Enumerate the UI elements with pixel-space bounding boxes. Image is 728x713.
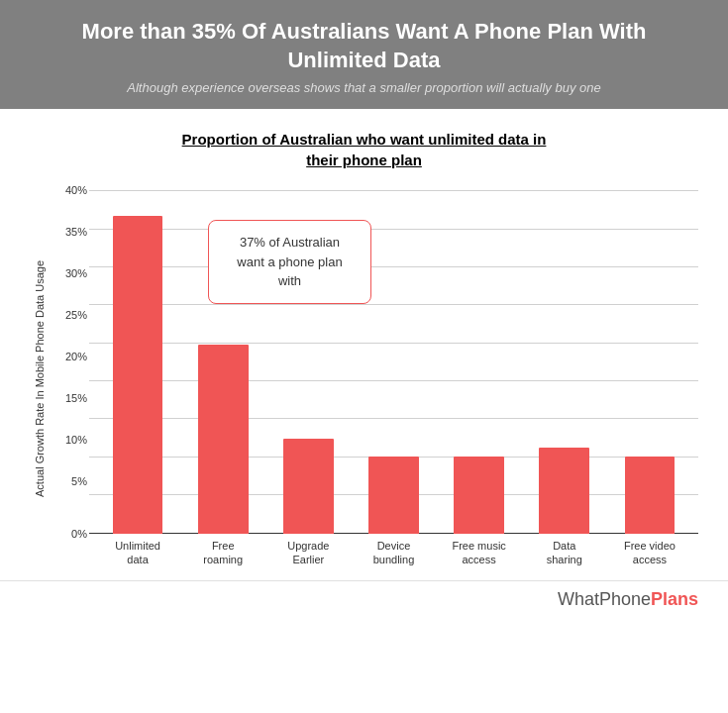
bar-group xyxy=(99,190,176,533)
chart-container: Proportion of Australian who want unlimi… xyxy=(0,109,728,576)
x-label: Free musicaccess xyxy=(441,539,518,567)
y-label: 10% xyxy=(50,434,87,445)
y-label: 30% xyxy=(50,268,87,279)
bar xyxy=(539,448,589,534)
bar xyxy=(113,216,163,533)
bar xyxy=(454,457,504,534)
brand: WhatPhonePlans xyxy=(558,589,698,610)
chart-title: Proportion of Australian who want unlimi… xyxy=(30,129,698,170)
bar xyxy=(625,457,676,534)
y-label: 35% xyxy=(50,227,87,238)
y-axis-label: Actual Growth Rate In Mobile Phone Data … xyxy=(30,190,50,566)
x-label: Datasharing xyxy=(526,539,603,567)
bar-group xyxy=(611,190,688,533)
bar xyxy=(198,345,249,534)
y-labels: 40% 35% 30% 25% 20% 15% 10% 5% 0% xyxy=(50,190,87,533)
x-label: Free videoaccess xyxy=(611,539,688,567)
y-label: 15% xyxy=(50,392,87,403)
x-label: Devicebundling xyxy=(355,539,432,567)
y-label: 0% xyxy=(50,528,87,539)
chart-inner: 40% 35% 30% 25% 20% 15% 10% 5% 0% xyxy=(50,190,698,566)
bar-group xyxy=(441,190,518,533)
y-label: 20% xyxy=(50,351,87,361)
x-label: UpgradeEarlier xyxy=(269,539,347,567)
brand-bold: Plans xyxy=(651,589,698,609)
brand-regular: WhatPhone xyxy=(558,589,651,609)
x-label: Unlimiteddata xyxy=(99,539,176,567)
bar xyxy=(368,457,419,534)
chart-area: Actual Growth Rate In Mobile Phone Data … xyxy=(30,190,698,566)
header: More than 35% Of Australians Want A Phon… xyxy=(0,0,728,109)
bar xyxy=(283,439,334,533)
footer: WhatPhonePlans xyxy=(0,580,728,618)
y-label: 25% xyxy=(50,309,87,320)
x-labels: UnlimiteddataFreeroamingUpgradeEarlierDe… xyxy=(89,534,698,567)
y-label: 5% xyxy=(50,475,87,486)
x-label: Freeroaming xyxy=(184,539,261,567)
bar-group xyxy=(526,190,603,533)
grid-area: 40% 35% 30% 25% 20% 15% 10% 5% 0% xyxy=(50,190,698,533)
subtitle: Although experience overseas shows that … xyxy=(30,80,698,95)
y-label: 40% xyxy=(50,185,87,196)
main-title: More than 35% Of Australians Want A Phon… xyxy=(30,18,698,74)
callout-text: 37% of Australian want a phone plan with xyxy=(237,235,342,288)
callout-box: 37% of Australian want a phone plan with xyxy=(208,220,371,304)
bars-container xyxy=(89,190,698,533)
